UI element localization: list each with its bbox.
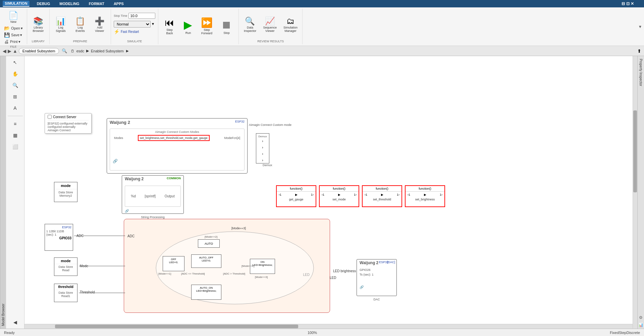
- connect-server-popup: Connect Server [ESP32] configured extern…: [45, 113, 92, 134]
- stop-button[interactable]: ⏹ Stop: [217, 17, 236, 37]
- ts-label: Ts (sec): 1: [360, 273, 374, 276]
- step-forward-button[interactable]: ⏩ StepForward: [198, 17, 215, 36]
- sprintf-input: %d: [131, 194, 136, 198]
- off-state: OFFLED=0;: [163, 256, 184, 271]
- scroll-v[interactable]: [633, 56, 637, 329]
- threshold-port-label: Threshold: [80, 290, 95, 294]
- scroll-thumb-v[interactable]: [633, 110, 637, 192]
- new-label: New: [10, 20, 16, 23]
- modefcn-label: ModeFcn[4]: [224, 136, 240, 140]
- zoom-in-tool[interactable]: 🔍: [9, 80, 21, 90]
- text-tool[interactable]: A: [9, 103, 21, 113]
- waijung-esp32-block: Waijung 2 ESP32 Aimagin Connect Custom M…: [107, 118, 248, 174]
- gpio33-block: ESP32 1 12Bit 11DB (sec): 1 GPIO33: [45, 224, 73, 251]
- nav-up[interactable]: ▲: [13, 48, 17, 54]
- mode-select[interactable]: Normal: [114, 21, 151, 28]
- menu-apps[interactable]: APPS: [112, 1, 126, 6]
- scroll-h[interactable]: [24, 324, 633, 329]
- add-viewer-button[interactable]: ➕ AddViewer: [91, 16, 108, 34]
- dac-block: Waijung 2 ESP32 [DAC] GPIO26 Ts (sec): 1…: [357, 259, 397, 296]
- print-dropdown[interactable]: ▾: [18, 40, 20, 44]
- log-signals-button[interactable]: 📊 LogSignals: [52, 16, 69, 34]
- connect-server-check[interactable]: [48, 115, 52, 119]
- run-label: Run: [185, 31, 191, 35]
- library-label: LibraryBrowser: [33, 26, 44, 33]
- dac-link: 🔗: [360, 285, 364, 289]
- save-dropdown[interactable]: ▾: [20, 33, 22, 37]
- data-store-read1-block: threshold Data StoreRead1: [54, 284, 77, 302]
- mode2-cond-right: [Mode==2]: [241, 265, 254, 268]
- annotation-tool[interactable]: ⬜: [9, 142, 21, 152]
- auto-state-label: AUTO: [205, 242, 213, 245]
- fast-restart-label[interactable]: Fast Restart: [121, 30, 139, 34]
- set-threshold-func-label: function(): [363, 186, 401, 192]
- open-dropdown[interactable]: ▾: [21, 26, 23, 31]
- set-brightness-footer: set_brightness: [406, 198, 444, 201]
- menu-format[interactable]: FORMAT: [87, 1, 106, 6]
- step-back-button[interactable]: ⏮ StepBack: [161, 17, 178, 36]
- collapse-panel[interactable]: ◀: [9, 317, 21, 327]
- simulation-manager-button[interactable]: 🗂 SimulationManager: [281, 16, 300, 34]
- nav-zoom[interactable]: 🔍: [62, 48, 67, 53]
- prepare-section-label: PREPARE: [73, 40, 87, 43]
- path-sep1: ▶: [86, 49, 89, 53]
- get-gauge-block: function() ›1 ▶ 1› get_gauge: [276, 185, 316, 207]
- threshold-wire: [79, 293, 125, 293]
- address-path: 🗒 esdc ▶ Enabled Subsystem ▶: [70, 49, 130, 53]
- block-tool[interactable]: ▦: [9, 130, 21, 140]
- string-processing-block: Waijung 2 COMMON %d [sprintf] Output 🔗 S…: [122, 175, 184, 214]
- dac-footer: DAC: [373, 298, 380, 301]
- log-events-button[interactable]: 📋 LogEvents: [72, 16, 89, 34]
- select-tool[interactable]: ↖: [9, 57, 21, 67]
- run-button[interactable]: ▶ Run: [180, 16, 196, 37]
- fit-tool[interactable]: ⊞: [9, 92, 21, 102]
- aimagin-footer: Aimagin Connect Custom mode: [249, 123, 291, 127]
- mode1-cond: [Mode==1]: [158, 272, 171, 275]
- model-browser-tab[interactable]: Model Browser: [0, 56, 6, 329]
- adc-inner-label: ADC: [127, 234, 135, 238]
- signal-tool[interactable]: ≡: [9, 119, 21, 129]
- library-browser-button[interactable]: 📚 LibraryBrowser: [30, 16, 47, 34]
- save-button[interactable]: 💾 Save ▾: [3, 32, 24, 38]
- sidebar-icons[interactable]: ⚙: [638, 314, 644, 321]
- menu-simulation[interactable]: SIMULATION: [3, 1, 30, 7]
- simulation-manager-icon: 🗂: [286, 17, 294, 25]
- toolbar-expand[interactable]: ▾: [639, 24, 641, 29]
- print-button[interactable]: 🖨 Print ▾: [3, 38, 24, 45]
- menu-debug[interactable]: DEBUG: [35, 1, 52, 6]
- link-icon: 🔗: [113, 159, 118, 163]
- address-collapse[interactable]: ⬆: [637, 48, 641, 54]
- log-signals-icon: 📊: [56, 17, 66, 25]
- sidebar-data[interactable]: 📊: [637, 321, 644, 329]
- auto-off-state: AUTO_OFFLED=0;: [191, 254, 221, 268]
- auto-on-state: AUTO_ONLED=Brightness;: [191, 285, 221, 300]
- log-events-icon: 📋: [75, 17, 85, 25]
- open-button[interactable]: 📂 Open ▾: [3, 25, 24, 32]
- waijung-esp32-title: Waijung 2: [110, 120, 130, 125]
- add-viewer-label: AddViewer: [95, 26, 104, 33]
- open-label: Open: [11, 26, 20, 30]
- step-back-label: StepBack: [166, 28, 173, 35]
- nav-forward[interactable]: ▶: [8, 48, 11, 54]
- data-store-memory2-block: mode Data StoreMemory2: [54, 182, 77, 202]
- nav-back[interactable]: ◀: [3, 48, 6, 54]
- esp32-badge: ESP32: [235, 120, 245, 123]
- mode-store-label: mode: [54, 182, 77, 189]
- menu-modeling[interactable]: MODELING: [57, 1, 81, 6]
- scroll-thumb-h[interactable]: [55, 325, 298, 328]
- path-esdc[interactable]: esdc: [76, 49, 84, 53]
- demux-block: Demux › › › ›: [256, 133, 269, 163]
- new-button[interactable]: 📄 New: [3, 10, 24, 25]
- sequence-viewer-button[interactable]: 📈 SequenceViewer: [261, 16, 279, 34]
- file-section: 📄 New 📂 Open ▾ 💾 Save ▾ 🖨 Print ▾: [0, 9, 27, 44]
- data-inspector-icon: 🔍: [245, 17, 255, 25]
- property-inspector-tab[interactable]: Property Inspector: [638, 56, 644, 89]
- esp32-config2-label: configured externally: [48, 125, 89, 129]
- mode-dropdown[interactable]: ▾: [152, 21, 154, 26]
- data-inspector-button[interactable]: 🔍 DataInspector: [241, 16, 258, 34]
- fast-restart-icon: ⚡: [114, 29, 119, 34]
- review-section: 🔍 DataInspector 📈 SequenceViewer 🗂 Simul…: [239, 9, 303, 44]
- stop-time-input[interactable]: [128, 13, 155, 19]
- pan-tool[interactable]: ✋: [9, 69, 21, 79]
- auto-on-label: AUTO_ONLED=Brightness;: [192, 286, 221, 292]
